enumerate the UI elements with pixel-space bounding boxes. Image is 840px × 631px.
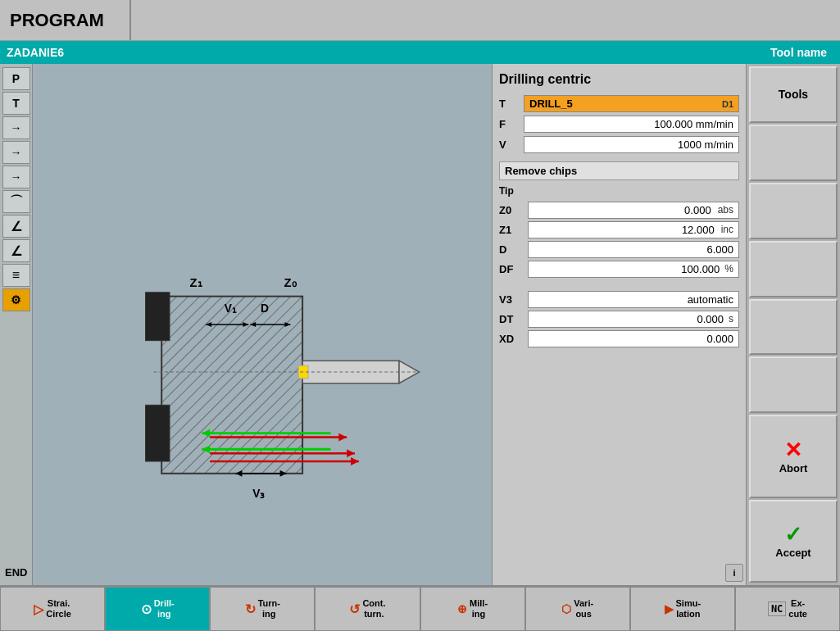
simulation-label: Simu-lation xyxy=(676,598,702,620)
various-icon: ⬡ xyxy=(561,602,571,615)
f-value: 100.000 mm/min xyxy=(654,118,733,130)
d-value: 6.000 xyxy=(706,243,733,256)
info-button[interactable]: i xyxy=(725,564,743,582)
dt-row: DT 0.000 s xyxy=(499,311,739,328)
left-sidebar: P T → → → ⌒ ∠ ∠ ≡ ⚙ END xyxy=(0,64,33,585)
d1-label: D1 xyxy=(722,99,733,109)
remove-chips-header: Remove chips xyxy=(499,161,739,180)
accept-button[interactable]: ✓ Accept xyxy=(749,500,838,583)
btn-empty-5[interactable] xyxy=(749,356,838,413)
v3-label: V3 xyxy=(499,293,528,306)
df-label: DF xyxy=(499,263,528,275)
abort-label: Abort xyxy=(779,462,808,474)
svg-text:Z₀: Z₀ xyxy=(284,276,297,289)
straight-label: Strai.Circle xyxy=(46,598,71,620)
svg-rect-2 xyxy=(146,293,170,341)
xd-row: XD 0.000 xyxy=(499,330,739,347)
xd-label: XD xyxy=(499,333,528,345)
end-label: END xyxy=(5,566,27,579)
z0-unit: abs xyxy=(718,204,733,216)
z1-row: Z1 12.000 inc xyxy=(499,221,739,238)
dt-value-box[interactable]: 0.000 s xyxy=(528,311,739,328)
z1-value: 12.000 xyxy=(682,224,715,236)
sidebar-btn-angle1[interactable]: ∠ xyxy=(2,215,30,238)
tool-value: DRILL_5 xyxy=(529,98,573,110)
v3-value-box[interactable]: automatic xyxy=(528,291,739,308)
top-bar: PROGRAM xyxy=(0,0,840,41)
milling-label: Mill-ing xyxy=(470,598,488,620)
d-value-box[interactable]: 6.000 xyxy=(528,241,739,258)
bottom-btn-drilling[interactable]: ⊙ Drill-ing xyxy=(105,587,210,631)
sidebar-btn-lines[interactable]: ≡ xyxy=(2,264,30,287)
contturn-icon: ↺ xyxy=(349,601,360,617)
various-label: Vari-ous xyxy=(574,598,593,620)
df-value-box[interactable]: 100.000 % xyxy=(528,261,739,278)
bottom-btn-execute[interactable]: NC Ex-cute xyxy=(735,587,840,631)
accept-icon: ✓ xyxy=(784,524,802,545)
drawing-area: Z₁ Z₀ V₁ D xyxy=(33,64,492,585)
drilling-title: Drilling centric xyxy=(499,72,739,87)
sidebar-btn-angle2[interactable]: ∠ xyxy=(2,239,30,262)
tip-label: Tip xyxy=(499,184,739,198)
svg-marker-23 xyxy=(338,434,347,442)
bottom-bar: ▷ Strai.Circle ⊙ Drill-ing ↻ Turn-ing ↺ … xyxy=(0,585,840,631)
v-label: V xyxy=(499,138,524,151)
t-label: T xyxy=(499,98,524,110)
v3-value: automatic xyxy=(688,293,733,306)
btn-empty-4[interactable] xyxy=(749,299,838,356)
f-value-box[interactable]: 100.000 mm/min xyxy=(524,116,739,133)
btn-panel: Tools ✕ Abort ✓ Accept xyxy=(746,64,840,585)
df-unit: % xyxy=(724,263,733,275)
btn-empty-2[interactable] xyxy=(749,183,838,239)
v3-row: V3 automatic xyxy=(499,291,739,308)
abort-icon: ✕ xyxy=(784,439,802,461)
f-label: F xyxy=(499,118,524,130)
btn-empty-1[interactable] xyxy=(749,125,838,181)
sidebar-btn-arc[interactable]: ⌒ xyxy=(2,190,30,213)
simulation-icon: ▶ xyxy=(665,602,674,615)
program-title: PROGRAM xyxy=(0,0,131,40)
sidebar-btn-arrow2[interactable]: → xyxy=(2,141,30,164)
svg-marker-27 xyxy=(351,457,359,465)
v-value: 1000 m/min xyxy=(678,138,733,151)
svg-rect-1 xyxy=(161,297,302,474)
xd-value: 0.000 xyxy=(706,333,733,345)
tools-button[interactable]: Tools xyxy=(749,66,838,123)
machine-diagram: Z₁ Z₀ V₁ D xyxy=(33,64,492,585)
bottom-btn-simulation[interactable]: ▶ Simu-lation xyxy=(630,587,735,631)
bottom-btn-milling[interactable]: ⊕ Mill-ing xyxy=(420,587,525,631)
main-area: P T → → → ⌒ ∠ ∠ ≡ ⚙ END xyxy=(0,64,840,585)
sidebar-btn-p[interactable]: P xyxy=(2,67,30,90)
z0-row: Z0 0.000 abs xyxy=(499,202,739,219)
bottom-btn-various[interactable]: ⬡ Vari-ous xyxy=(525,587,630,631)
turning-icon: ↻ xyxy=(245,601,256,617)
z1-value-box[interactable]: 12.000 inc xyxy=(528,221,739,238)
bottom-btn-contturn[interactable]: ↺ Cont.turn. xyxy=(315,587,420,631)
sidebar-btn-t[interactable]: T xyxy=(2,92,30,115)
abort-button[interactable]: ✕ Abort xyxy=(749,415,838,497)
svg-rect-3 xyxy=(146,405,170,461)
sidebar-btn-arrow3[interactable]: → xyxy=(2,166,30,188)
v-value-box[interactable]: 1000 m/min xyxy=(524,136,739,153)
bottom-btn-straight[interactable]: ▷ Strai.Circle xyxy=(0,587,105,631)
task-bar: ZADANIE6 Tool name xyxy=(0,41,840,64)
xd-value-box[interactable]: 0.000 xyxy=(528,330,739,347)
t-value-box[interactable]: DRILL_5 D1 xyxy=(524,95,739,112)
turning-label: Turn-ing xyxy=(258,598,280,620)
btn-empty-3[interactable] xyxy=(749,241,838,297)
z0-value: 0.000 xyxy=(684,204,711,216)
svg-text:Z₁: Z₁ xyxy=(190,276,202,289)
z0-value-box[interactable]: 0.000 abs xyxy=(528,202,739,219)
milling-icon: ⊕ xyxy=(457,602,467,615)
bottom-btn-turning[interactable]: ↻ Turn-ing xyxy=(210,587,315,631)
d-label: D xyxy=(499,243,528,256)
sidebar-btn-active[interactable]: ⚙ xyxy=(2,288,30,311)
right-panel: Drilling centric T DRILL_5 D1 F 100.000 … xyxy=(492,64,746,585)
task-name: ZADANIE6 xyxy=(7,46,64,59)
straight-icon: ▷ xyxy=(34,601,43,617)
drilling-icon: ⊙ xyxy=(141,601,152,617)
svg-marker-25 xyxy=(347,449,355,457)
z1-label: Z1 xyxy=(499,224,528,236)
sidebar-btn-arrow1[interactable]: → xyxy=(2,116,30,139)
z1-unit: inc xyxy=(721,224,733,236)
